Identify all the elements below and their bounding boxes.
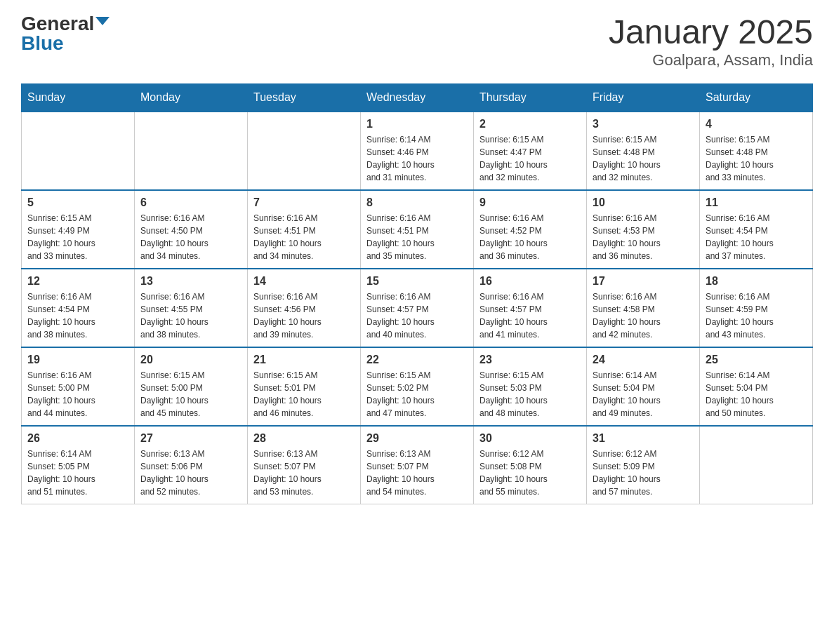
day-info: Sunrise: 6:16 AMSunset: 4:57 PMDaylight:…	[479, 290, 581, 341]
day-number: 6	[140, 196, 241, 209]
day-info: Sunrise: 6:12 AMSunset: 5:08 PMDaylight:…	[479, 448, 581, 498]
day-number: 10	[593, 196, 694, 209]
day-info: Sunrise: 6:15 AMSunset: 4:47 PMDaylight:…	[479, 133, 581, 184]
calendar-table: SundayMondayTuesdayWednesdayThursdayFrid…	[21, 83, 813, 504]
day-number: 31	[593, 432, 694, 445]
day-number: 3	[593, 118, 694, 130]
calendar-cell: 21Sunrise: 6:15 AMSunset: 5:01 PMDayligh…	[248, 347, 361, 426]
day-number: 29	[366, 432, 468, 445]
day-info: Sunrise: 6:16 AMSunset: 4:53 PMDaylight:…	[593, 212, 694, 262]
day-info: Sunrise: 6:15 AMSunset: 4:49 PMDaylight:…	[27, 212, 128, 262]
day-info: Sunrise: 6:15 AMSunset: 5:00 PMDaylight:…	[140, 369, 241, 420]
logo-blue-text: Blue	[21, 34, 64, 53]
calendar-cell: 20Sunrise: 6:15 AMSunset: 5:00 PMDayligh…	[135, 347, 248, 426]
calendar-cell	[22, 112, 135, 190]
calendar-cell: 22Sunrise: 6:15 AMSunset: 5:02 PMDayligh…	[361, 347, 474, 426]
day-info: Sunrise: 6:14 AMSunset: 5:04 PMDaylight:…	[706, 369, 807, 420]
day-info: Sunrise: 6:13 AMSunset: 5:07 PMDaylight:…	[253, 448, 355, 498]
weekday-header-thursday: Thursday	[474, 83, 587, 112]
page-header: General Blue January 2025 Goalpara, Assa…	[21, 14, 813, 69]
day-number: 2	[479, 118, 581, 130]
week-row-2: 5Sunrise: 6:15 AMSunset: 4:49 PMDaylight…	[22, 190, 813, 269]
calendar-cell: 4Sunrise: 6:15 AMSunset: 4:48 PMDaylight…	[700, 112, 813, 190]
calendar-cell: 5Sunrise: 6:15 AMSunset: 4:49 PMDaylight…	[22, 190, 135, 269]
day-info: Sunrise: 6:16 AMSunset: 4:50 PMDaylight:…	[140, 212, 241, 262]
day-number: 20	[140, 354, 241, 366]
calendar-cell: 28Sunrise: 6:13 AMSunset: 5:07 PMDayligh…	[248, 426, 361, 504]
calendar-cell: 6Sunrise: 6:16 AMSunset: 4:50 PMDaylight…	[135, 190, 248, 269]
day-info: Sunrise: 6:14 AMSunset: 5:04 PMDaylight:…	[593, 369, 694, 420]
day-info: Sunrise: 6:15 AMSunset: 5:03 PMDaylight:…	[479, 369, 581, 420]
calendar-cell	[135, 112, 248, 190]
calendar-cell: 14Sunrise: 6:16 AMSunset: 4:56 PMDayligh…	[248, 269, 361, 347]
calendar-cell: 31Sunrise: 6:12 AMSunset: 5:09 PMDayligh…	[587, 426, 700, 504]
day-number: 13	[140, 275, 241, 288]
day-info: Sunrise: 6:14 AMSunset: 4:46 PMDaylight:…	[366, 133, 468, 184]
weekday-header-saturday: Saturday	[700, 83, 813, 112]
calendar-cell	[248, 112, 361, 190]
calendar-subtitle: Goalpara, Assam, India	[609, 51, 813, 69]
day-info: Sunrise: 6:16 AMSunset: 4:56 PMDaylight:…	[253, 290, 355, 341]
weekday-header-wednesday: Wednesday	[361, 83, 474, 112]
calendar-cell: 13Sunrise: 6:16 AMSunset: 4:55 PMDayligh…	[135, 269, 248, 347]
calendar-cell: 11Sunrise: 6:16 AMSunset: 4:54 PMDayligh…	[700, 190, 813, 269]
weekday-header-monday: Monday	[135, 83, 248, 112]
day-info: Sunrise: 6:16 AMSunset: 4:58 PMDaylight:…	[593, 290, 694, 341]
logo-arrow-icon	[95, 17, 110, 25]
week-row-5: 26Sunrise: 6:14 AMSunset: 5:05 PMDayligh…	[22, 426, 813, 504]
title-block: January 2025 Goalpara, Assam, India	[609, 14, 813, 69]
day-number: 23	[479, 354, 581, 366]
calendar-cell: 7Sunrise: 6:16 AMSunset: 4:51 PMDaylight…	[248, 190, 361, 269]
calendar-cell: 12Sunrise: 6:16 AMSunset: 4:54 PMDayligh…	[22, 269, 135, 347]
day-number: 19	[27, 354, 128, 366]
day-number: 4	[706, 118, 807, 130]
day-info: Sunrise: 6:15 AMSunset: 5:02 PMDaylight:…	[366, 369, 468, 420]
day-number: 11	[706, 196, 807, 209]
week-row-4: 19Sunrise: 6:16 AMSunset: 5:00 PMDayligh…	[22, 347, 813, 426]
calendar-cell: 26Sunrise: 6:14 AMSunset: 5:05 PMDayligh…	[22, 426, 135, 504]
day-info: Sunrise: 6:16 AMSunset: 4:57 PMDaylight:…	[366, 290, 468, 341]
calendar-cell: 9Sunrise: 6:16 AMSunset: 4:52 PMDaylight…	[474, 190, 587, 269]
calendar-cell: 24Sunrise: 6:14 AMSunset: 5:04 PMDayligh…	[587, 347, 700, 426]
logo: General Blue	[21, 14, 110, 53]
logo-general-text: General	[21, 14, 94, 34]
day-info: Sunrise: 6:14 AMSunset: 5:05 PMDaylight:…	[27, 448, 128, 498]
weekday-header-tuesday: Tuesday	[248, 83, 361, 112]
day-number: 27	[140, 432, 241, 445]
day-info: Sunrise: 6:16 AMSunset: 4:51 PMDaylight:…	[253, 212, 355, 262]
day-info: Sunrise: 6:15 AMSunset: 5:01 PMDaylight:…	[253, 369, 355, 420]
day-number: 7	[253, 196, 355, 209]
day-number: 21	[253, 354, 355, 366]
day-number: 5	[27, 196, 128, 209]
week-row-1: 1Sunrise: 6:14 AMSunset: 4:46 PMDaylight…	[22, 112, 813, 190]
calendar-cell: 17Sunrise: 6:16 AMSunset: 4:58 PMDayligh…	[587, 269, 700, 347]
day-number: 24	[593, 354, 694, 366]
calendar-cell: 23Sunrise: 6:15 AMSunset: 5:03 PMDayligh…	[474, 347, 587, 426]
calendar-header-row: SundayMondayTuesdayWednesdayThursdayFrid…	[22, 83, 813, 112]
calendar-cell: 8Sunrise: 6:16 AMSunset: 4:51 PMDaylight…	[361, 190, 474, 269]
day-info: Sunrise: 6:16 AMSunset: 4:52 PMDaylight:…	[479, 212, 581, 262]
calendar-cell: 1Sunrise: 6:14 AMSunset: 4:46 PMDaylight…	[361, 112, 474, 190]
day-info: Sunrise: 6:13 AMSunset: 5:06 PMDaylight:…	[140, 448, 241, 498]
day-number: 8	[366, 196, 468, 209]
day-number: 28	[253, 432, 355, 445]
day-number: 1	[366, 118, 468, 130]
calendar-title: January 2025	[609, 14, 813, 51]
day-info: Sunrise: 6:16 AMSunset: 4:51 PMDaylight:…	[366, 212, 468, 262]
day-number: 16	[479, 275, 581, 288]
calendar-cell: 19Sunrise: 6:16 AMSunset: 5:00 PMDayligh…	[22, 347, 135, 426]
calendar-cell: 2Sunrise: 6:15 AMSunset: 4:47 PMDaylight…	[474, 112, 587, 190]
day-info: Sunrise: 6:16 AMSunset: 5:00 PMDaylight:…	[27, 369, 128, 420]
calendar-cell: 15Sunrise: 6:16 AMSunset: 4:57 PMDayligh…	[361, 269, 474, 347]
day-info: Sunrise: 6:15 AMSunset: 4:48 PMDaylight:…	[706, 133, 807, 184]
calendar-cell: 10Sunrise: 6:16 AMSunset: 4:53 PMDayligh…	[587, 190, 700, 269]
day-number: 12	[27, 275, 128, 288]
calendar-cell: 30Sunrise: 6:12 AMSunset: 5:08 PMDayligh…	[474, 426, 587, 504]
day-info: Sunrise: 6:13 AMSunset: 5:07 PMDaylight:…	[366, 448, 468, 498]
weekday-header-sunday: Sunday	[22, 83, 135, 112]
day-info: Sunrise: 6:16 AMSunset: 4:54 PMDaylight:…	[27, 290, 128, 341]
day-info: Sunrise: 6:16 AMSunset: 4:54 PMDaylight:…	[706, 212, 807, 262]
day-number: 26	[27, 432, 128, 445]
calendar-cell: 18Sunrise: 6:16 AMSunset: 4:59 PMDayligh…	[700, 269, 813, 347]
week-row-3: 12Sunrise: 6:16 AMSunset: 4:54 PMDayligh…	[22, 269, 813, 347]
